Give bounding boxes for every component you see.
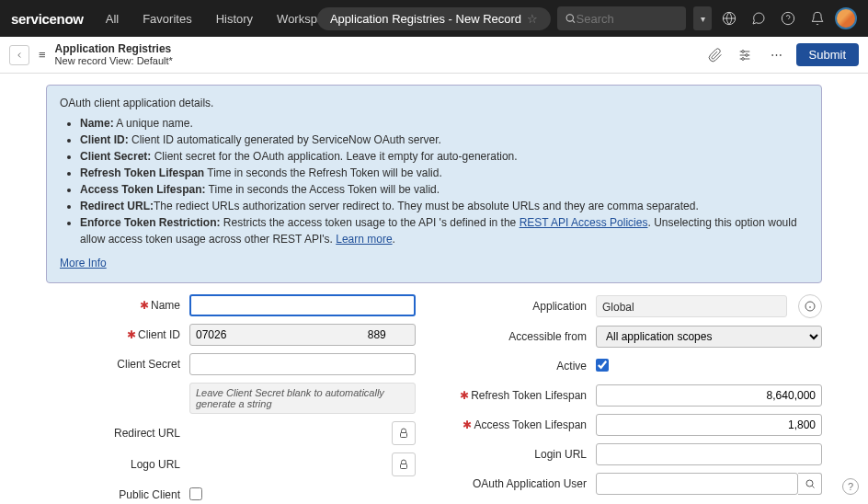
page-title-text: Application Registries - New Record (330, 12, 521, 26)
svg-point-16 (806, 480, 813, 487)
global-search[interactable] (557, 6, 686, 30)
oauth-user-input[interactable] (596, 473, 798, 495)
record-title: Application Registries (55, 42, 173, 55)
client-secret-input[interactable] (189, 353, 416, 375)
attachment-icon[interactable] (708, 48, 728, 63)
svg-line-17 (812, 486, 814, 487)
svg-point-8 (741, 50, 744, 52)
back-button[interactable] (9, 45, 29, 65)
svg-point-0 (566, 15, 573, 21)
access-token-lifespan-input[interactable] (596, 414, 822, 436)
refresh-token-lifespan-input[interactable] (596, 384, 822, 407)
record-subtitle: New record View: Default* (55, 55, 173, 67)
svg-line-1 (573, 20, 575, 22)
search-dropdown-icon[interactable]: ▾ (693, 6, 712, 30)
floating-help-icon[interactable]: ? (842, 478, 859, 495)
client-secret-hint: Leave Client Secret blank to automatical… (189, 383, 416, 414)
active-checkbox[interactable] (596, 359, 609, 372)
login-url-input[interactable] (596, 443, 822, 465)
lock-icon (398, 428, 409, 439)
info-box: OAuth client application details. Name: … (46, 85, 822, 283)
accessible-from-select[interactable]: All application scopes (596, 326, 822, 348)
info-lead: OAuth client application details. (60, 95, 808, 111)
logo: servicenow (11, 11, 84, 27)
context-menu-icon[interactable]: ≡ (39, 48, 46, 62)
policies-link[interactable]: REST API Access Policies (520, 216, 648, 229)
name-input[interactable] (189, 294, 416, 316)
required-icon: ✱ (140, 299, 149, 312)
learn-more-link[interactable]: Learn more (336, 233, 392, 246)
oauth-user-lookup-button[interactable] (798, 473, 822, 495)
client-id-input[interactable] (189, 324, 416, 346)
search-icon (805, 478, 816, 489)
svg-rect-12 (401, 464, 407, 469)
nav-all[interactable]: All (97, 12, 128, 26)
application-info-button[interactable] (798, 294, 822, 318)
public-client-checkbox[interactable] (189, 487, 202, 500)
svg-point-10 (741, 57, 744, 60)
info-icon (805, 301, 816, 312)
required-icon: ✱ (460, 389, 469, 402)
notification-bell-icon[interactable] (805, 6, 829, 30)
submit-button-top[interactable]: Submit (796, 43, 859, 66)
page-title-pill: Application Registries - New Record ☆ (317, 7, 551, 30)
more-actions-icon[interactable]: ⋯ (767, 48, 787, 62)
top-navbar: servicenow All Favorites History Workspa… (0, 0, 868, 37)
svg-point-3 (782, 12, 794, 24)
svg-point-9 (745, 53, 748, 56)
search-input[interactable] (577, 12, 679, 26)
chat-icon[interactable] (747, 6, 771, 30)
favorite-star-icon[interactable]: ☆ (527, 12, 538, 26)
required-icon: ✱ (127, 328, 136, 341)
more-info-link[interactable]: More Info (60, 255, 107, 271)
redirect-url-lock-button[interactable] (392, 421, 416, 445)
required-icon: ✱ (463, 418, 472, 431)
record-title-block: Application Registries New record View: … (55, 42, 173, 68)
list-settings-icon[interactable] (737, 48, 758, 63)
application-field: Global (596, 295, 787, 317)
logo-url-lock-button[interactable] (392, 452, 416, 476)
nav-history[interactable]: History (207, 12, 262, 26)
search-icon (565, 12, 577, 25)
help-icon[interactable] (776, 6, 800, 30)
lock-icon (398, 459, 409, 470)
record-header: ≡ Application Registries New record View… (0, 37, 868, 74)
svg-rect-11 (401, 433, 407, 438)
avatar[interactable] (835, 7, 857, 29)
globe-icon[interactable] (717, 6, 741, 30)
nav-favorites[interactable]: Favorites (133, 12, 200, 26)
chevron-left-icon (15, 51, 24, 60)
